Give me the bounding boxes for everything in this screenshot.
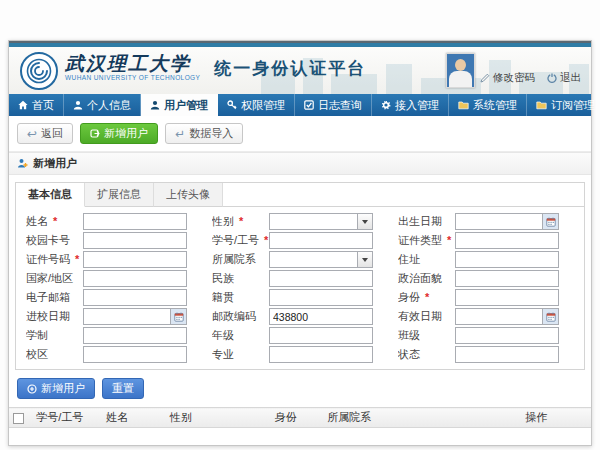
nav-item-6[interactable]: 接入管理 (372, 94, 449, 116)
department-field[interactable] (270, 252, 357, 267)
nav-item-2[interactable]: 个人信息 (64, 94, 141, 116)
name-field[interactable] (84, 214, 186, 229)
class-field[interactable] (456, 328, 558, 343)
tab-2[interactable]: 扩展信息 (85, 183, 154, 207)
pencil-icon (480, 73, 490, 83)
field-label: 进校日期 (26, 309, 83, 324)
political-status-field-wrap (455, 270, 559, 287)
university-name-en: WUHAN UNIVERSITY OF TECHNOLOGY (65, 74, 200, 81)
power-icon (547, 73, 557, 83)
campus-field-wrap (83, 346, 187, 363)
field-label: 邮政编码 (212, 309, 269, 324)
back-button-label: 返回 (41, 127, 63, 140)
identity-field-wrap (455, 289, 559, 306)
class-field-wrap (455, 327, 559, 344)
grade-field-row: 年级 (212, 328, 390, 343)
gender-field[interactable] (270, 214, 357, 229)
add-user-toolbar-label: 新增用户 (104, 127, 148, 140)
nav-item-4[interactable]: 权限管理 (218, 94, 295, 116)
name-field-wrap (83, 213, 187, 230)
chevron-down-icon (362, 258, 368, 262)
grade-field-wrap (269, 327, 373, 344)
status-field-row: 状态 (398, 347, 576, 362)
political-status-field[interactable] (456, 271, 558, 286)
field-label: 状态 (398, 347, 455, 362)
calendar-icon (546, 312, 556, 322)
field-label: 专业 (212, 347, 269, 362)
country-region-field[interactable] (84, 271, 186, 286)
calendar-button[interactable] (170, 309, 186, 324)
native-place-field-wrap (269, 289, 373, 306)
birth-date-field[interactable] (456, 214, 542, 229)
student-id-field-row: 学号/工号 * (212, 233, 390, 248)
section-title: 新增用户 (33, 156, 77, 171)
data-import-button[interactable]: ↵ 数据导入 (165, 123, 243, 144)
dropdown-button[interactable] (357, 252, 372, 267)
nav-item-label: 权限管理 (241, 98, 285, 113)
political-status-field-row: 政治面貌 (398, 271, 576, 286)
col-name: 姓名 (102, 408, 166, 428)
id-type-field[interactable] (456, 233, 558, 248)
postal-code-field[interactable] (270, 309, 372, 324)
gender-field-row: 性别 * (212, 214, 390, 229)
field-label: 电子邮箱 (26, 290, 83, 305)
nav-item-3[interactable]: 用户管理 (141, 94, 218, 116)
logout-link[interactable]: 退出 (547, 71, 581, 85)
campus-card-field[interactable] (84, 233, 186, 248)
birth-date-field-wrap (455, 213, 559, 230)
birth-date-field-row: 出生日期 (398, 214, 576, 229)
dropdown-button[interactable] (357, 214, 372, 229)
entry-date-field[interactable] (84, 309, 170, 324)
status-field[interactable] (456, 347, 558, 362)
grade-field[interactable] (270, 328, 372, 343)
id-type-field-row: 证件类型 * (398, 233, 576, 248)
nav-item-5[interactable]: 日志查询 (295, 94, 372, 116)
nav-item-1[interactable]: 首页 (9, 94, 64, 116)
calendar-button[interactable] (542, 309, 558, 324)
avatar-shirt (449, 71, 472, 87)
major-field-wrap (269, 346, 373, 363)
university-logo-icon (20, 52, 58, 90)
field-label: 性别 * (212, 214, 269, 229)
schooling-length-field[interactable] (84, 328, 186, 343)
tab-label: 扩展信息 (97, 188, 141, 200)
form-grid: 姓名 *性别 *出生日期校园卡号学号/工号 *证件类型 *证件号码 *所属院系住… (16, 207, 584, 369)
identity-field[interactable] (456, 290, 558, 305)
page-header: 武汉理工大学 WUHAN UNIVERSITY OF TECHNOLOGY 统一… (9, 47, 591, 94)
col-student-id: 学号/工号 (32, 408, 102, 428)
nav-item-label: 日志查询 (318, 98, 362, 113)
id-number-field[interactable] (84, 252, 186, 267)
valid-date-field[interactable] (456, 309, 542, 324)
nav-item-8[interactable]: 订阅管理 (527, 94, 600, 116)
tab-3[interactable]: 上传头像 (154, 183, 223, 207)
calendar-button[interactable] (542, 214, 558, 229)
plus-circle-icon (27, 384, 37, 394)
address-field[interactable] (456, 252, 558, 267)
campus-field[interactable] (84, 347, 186, 362)
ethnicity-field[interactable] (270, 271, 372, 286)
calendar-icon (546, 217, 556, 227)
select-all-checkbox[interactable] (13, 413, 24, 424)
user-avatar[interactable] (446, 53, 475, 88)
major-field[interactable] (270, 347, 372, 362)
back-arrow-icon: ↩ (27, 129, 37, 139)
required-marker: * (444, 234, 451, 246)
nav-item-7[interactable]: 系统管理 (449, 94, 527, 116)
native-place-field[interactable] (270, 290, 372, 305)
student-id-field[interactable] (270, 233, 372, 248)
reset-button[interactable]: 重置 (102, 378, 144, 399)
auth-platform-page: 武汉理工大学 WUHAN UNIVERSITY OF TECHNOLOGY 统一… (8, 40, 592, 446)
field-label: 证件号码 * (26, 252, 83, 267)
change-password-link[interactable]: 修改密码 (480, 71, 535, 85)
field-label: 姓名 * (26, 214, 83, 229)
avatar-head (455, 59, 466, 71)
field-label: 证件类型 * (398, 233, 455, 248)
submit-add-user-button[interactable]: 新增用户 (17, 378, 95, 399)
field-label: 出生日期 (398, 214, 455, 229)
tab-1[interactable]: 基本信息 (16, 183, 85, 207)
add-user-toolbar-button[interactable]: 新增用户 (80, 123, 158, 144)
schooling-length-field-row: 学制 (26, 328, 204, 343)
back-button[interactable]: ↩ 返回 (17, 123, 73, 144)
id-number-field-row: 证件号码 * (26, 252, 204, 267)
email-field[interactable] (84, 290, 186, 305)
